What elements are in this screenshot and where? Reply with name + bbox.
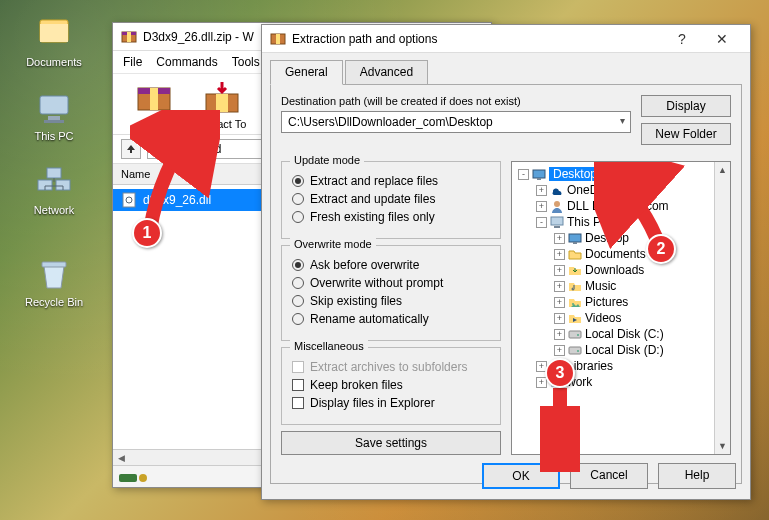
tree-expander-icon[interactable]: + bbox=[554, 265, 565, 276]
desktop-icon-label: Network bbox=[18, 204, 90, 216]
svg-rect-20 bbox=[123, 193, 135, 207]
tree-vscrollbar[interactable]: ▲ ▼ bbox=[714, 162, 730, 454]
destination-path-input[interactable] bbox=[281, 111, 631, 133]
svg-rect-2 bbox=[40, 96, 68, 114]
svg-rect-25 bbox=[276, 34, 280, 44]
dialog-help-icon[interactable]: ? bbox=[662, 25, 702, 53]
tree-expander-icon[interactable]: + bbox=[554, 329, 565, 340]
tree-node[interactable]: +Downloads bbox=[514, 262, 728, 278]
desktop-icon-recycle-bin[interactable]: Recycle Bin bbox=[18, 254, 90, 308]
radio-rename-auto[interactable]: Rename automatically bbox=[292, 312, 490, 326]
tree-expander-icon[interactable]: + bbox=[554, 345, 565, 356]
scroll-up-icon[interactable]: ▲ bbox=[715, 162, 730, 178]
tree-node[interactable]: +Local Disk (D:) bbox=[514, 342, 728, 358]
svg-rect-22 bbox=[119, 474, 137, 482]
desktop-icon bbox=[568, 231, 582, 245]
svg-rect-27 bbox=[537, 178, 541, 180]
radio-extract-update[interactable]: Extract and update files bbox=[292, 192, 490, 206]
check-display-explorer[interactable]: Display files in Explorer bbox=[292, 396, 490, 410]
tree-expander-icon[interactable]: + bbox=[554, 249, 565, 260]
desktop-icon-documents[interactable]: Documents bbox=[18, 14, 90, 68]
winrar-app-icon bbox=[270, 31, 286, 47]
tree-expander-icon[interactable]: + bbox=[554, 313, 565, 324]
tree-node-label: OneDr bbox=[567, 183, 602, 197]
help-button[interactable]: Help bbox=[658, 463, 736, 489]
folder-icon bbox=[568, 247, 582, 261]
folder-tree[interactable]: -Desktop+OneDr+DLL Dow ader.com-This PC+… bbox=[511, 161, 731, 455]
tree-expander-icon[interactable]: + bbox=[554, 233, 565, 244]
overwrite-mode-group: Overwrite mode Ask before overwrite Over… bbox=[281, 245, 501, 341]
tab-advanced[interactable]: Advanced bbox=[345, 60, 428, 85]
new-folder-button[interactable]: New Folder bbox=[641, 123, 731, 145]
desktop-icon-this-pc[interactable]: This PC bbox=[18, 88, 90, 142]
tree-node[interactable]: +Pictures bbox=[514, 294, 728, 310]
tree-node[interactable]: +Documents bbox=[514, 246, 728, 262]
tree-node[interactable]: +DLL Dow ader.com bbox=[514, 198, 728, 214]
display-button[interactable]: Display bbox=[641, 95, 731, 117]
cancel-button[interactable]: Cancel bbox=[570, 463, 648, 489]
svg-rect-31 bbox=[569, 234, 581, 242]
menu-tools[interactable]: Tools bbox=[232, 55, 260, 69]
dialog-tabs: General Advanced bbox=[262, 53, 750, 84]
tree-node[interactable]: -This PC bbox=[514, 214, 728, 230]
up-folder-button[interactable] bbox=[121, 139, 141, 159]
tab-general[interactable]: General bbox=[270, 60, 343, 85]
tree-expander-icon[interactable]: + bbox=[554, 297, 565, 308]
svg-rect-8 bbox=[42, 262, 66, 267]
tree-node[interactable]: +Music bbox=[514, 278, 728, 294]
tree-expander-icon[interactable]: - bbox=[518, 169, 529, 180]
dialog-close-icon[interactable]: ✕ bbox=[702, 25, 742, 53]
overwrite-mode-title: Overwrite mode bbox=[290, 238, 376, 250]
radio-overwrite-noprompt[interactable]: Overwrite without prompt bbox=[292, 276, 490, 290]
status-lock-icon bbox=[119, 470, 149, 484]
desktop-icon-network[interactable]: Network bbox=[18, 162, 90, 216]
dialog-tab-body: Destination path (will be created if doe… bbox=[270, 84, 742, 484]
tree-node[interactable]: -Desktop bbox=[514, 166, 728, 182]
user-icon bbox=[550, 199, 564, 213]
svg-point-23 bbox=[139, 474, 147, 482]
check-subfolders: Extract archives to subfolders bbox=[292, 360, 490, 374]
tree-node[interactable]: +Desktop bbox=[514, 230, 728, 246]
disk-icon bbox=[568, 327, 582, 341]
downloads-icon bbox=[568, 263, 582, 277]
svg-rect-14 bbox=[150, 88, 158, 110]
tree-node[interactable]: +Videos bbox=[514, 310, 728, 326]
tree-expander-icon[interactable]: + bbox=[536, 185, 547, 196]
toolbar-add[interactable]: Add bbox=[123, 80, 185, 130]
radio-skip-existing[interactable]: Skip existing files bbox=[292, 294, 490, 308]
tree-expander-icon[interactable]: - bbox=[536, 217, 547, 228]
svg-rect-1 bbox=[40, 24, 68, 42]
tree-node-label: Desktop bbox=[585, 231, 629, 245]
menu-commands[interactable]: Commands bbox=[156, 55, 217, 69]
save-settings-button[interactable]: Save settings bbox=[281, 431, 501, 455]
check-keep-broken[interactable]: Keep broken files bbox=[292, 378, 490, 392]
disk-icon bbox=[568, 343, 582, 357]
pictures-icon bbox=[568, 295, 582, 309]
toolbar-extract-to-label: Extract To bbox=[191, 118, 253, 130]
svg-rect-32 bbox=[573, 242, 577, 244]
toolbar-extract-to[interactable]: Extract To bbox=[191, 80, 253, 130]
videos-icon bbox=[568, 311, 582, 325]
dialog-titlebar[interactable]: Extraction path and options ? ✕ bbox=[262, 25, 750, 53]
annotation-badge-3: 3 bbox=[545, 358, 575, 388]
tree-node[interactable]: +OneDr bbox=[514, 182, 728, 198]
menu-file[interactable]: File bbox=[123, 55, 142, 69]
radio-fresh-only[interactable]: Fresh existing files only bbox=[292, 210, 490, 224]
tree-node[interactable]: +Local Disk (C:) bbox=[514, 326, 728, 342]
archive-path-text: dx9_26.d bbox=[172, 142, 221, 156]
winrar-app-icon bbox=[121, 29, 137, 45]
svg-point-28 bbox=[554, 201, 560, 207]
ok-button[interactable]: OK bbox=[482, 463, 560, 489]
tree-node-label: Pictures bbox=[585, 295, 628, 309]
radio-ask-overwrite[interactable]: Ask before overwrite bbox=[292, 258, 490, 272]
onedrive-icon bbox=[550, 183, 564, 197]
destination-path-label: Destination path (will be created if doe… bbox=[281, 95, 631, 107]
tree-expander-icon[interactable]: + bbox=[554, 281, 565, 292]
toolbar-add-label: Add bbox=[123, 118, 185, 130]
tree-expander-icon[interactable]: + bbox=[536, 201, 547, 212]
svg-rect-4 bbox=[44, 120, 64, 123]
svg-rect-36 bbox=[569, 347, 581, 354]
scroll-down-icon[interactable]: ▼ bbox=[715, 438, 730, 454]
radio-extract-replace[interactable]: Extract and replace files bbox=[292, 174, 490, 188]
file-name: d3dx9_26.dll bbox=[143, 193, 211, 207]
